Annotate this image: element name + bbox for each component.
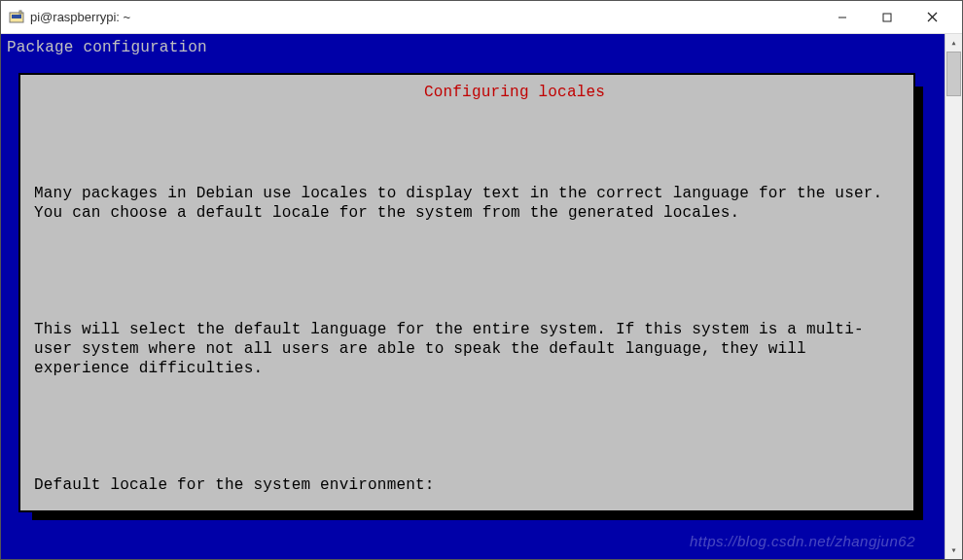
terminal-header: Package configuration [7,38,939,57]
terminal[interactable]: Package configuration Configuring locale… [1,34,945,559]
scroll-up-icon[interactable]: ▴ [945,34,962,52]
watermark: https://blog.csdn.net/zhangjun62 [690,532,915,551]
dialog-text-1: Many packages in Debian use locales to d… [34,184,900,223]
dialog: Configuring locales Many packages in Deb… [18,73,915,512]
svg-rect-4 [883,14,891,21]
scrollbar[interactable]: ▴ ▾ [945,34,962,559]
scroll-thumb[interactable] [946,52,961,96]
svg-rect-2 [19,11,21,14]
svg-rect-1 [12,15,21,18]
dialog-text-2: This will select the default language fo… [34,320,900,378]
window-titlebar: pi@raspberrypi: ~ [1,1,962,34]
minimize-button[interactable] [820,2,865,33]
putty-icon [9,10,24,25]
scroll-down-icon[interactable]: ▾ [945,542,962,559]
dialog-title: Configuring locales [409,84,621,101]
dialog-prompt: Default locale for the system environmen… [34,475,900,495]
maximize-button[interactable] [865,2,910,33]
close-button[interactable] [910,2,954,33]
window-title: pi@raspberrypi: ~ [30,10,820,24]
